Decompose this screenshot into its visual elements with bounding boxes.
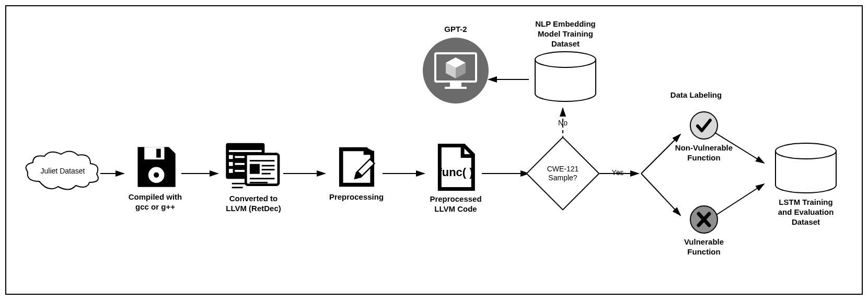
svg-rect-18 bbox=[229, 155, 233, 159]
code-windows-icon bbox=[224, 141, 284, 191]
edit-document-icon bbox=[334, 145, 379, 189]
juliet-label-inline: Juliet Dataset bbox=[40, 167, 85, 175]
preprocessing-label: Preprocessing bbox=[328, 192, 385, 202]
preprocessed-node: func( ) Preprocessed LLVM Code bbox=[424, 143, 487, 214]
vuln-label: Vulnerable Function bbox=[670, 237, 738, 257]
cwe-label: CWE-121 Sample? bbox=[529, 145, 597, 202]
svg-rect-13 bbox=[156, 149, 161, 158]
cloud-icon: Juliet Dataset bbox=[24, 150, 102, 192]
svg-rect-38 bbox=[445, 87, 467, 89]
data-labeling-label: Data Labeling bbox=[662, 90, 730, 100]
compiled-label: Compiled with gcc or g++ bbox=[124, 192, 187, 212]
svg-point-50 bbox=[776, 143, 836, 159]
x-circle-icon bbox=[689, 205, 719, 234]
check-circle-icon bbox=[689, 111, 719, 140]
vulnerable-node: Vulnerable Function bbox=[670, 205, 738, 257]
gpt2-label: GPT-2 bbox=[419, 25, 492, 34]
svg-point-15 bbox=[154, 172, 159, 178]
nonvulnerable-node: Non-Vulnerable Function bbox=[670, 111, 738, 163]
svg-rect-26 bbox=[249, 164, 259, 174]
diagram-canvas: Juliet Dataset Juliet Dataset Compiled w… bbox=[5, 5, 863, 295]
svg-rect-33 bbox=[232, 187, 242, 188]
cwe-decision-node: CWE-121 Sample? bbox=[529, 145, 597, 202]
compiled-node: Compiled with gcc or g++ bbox=[124, 145, 187, 212]
gpt2-monitor-icon bbox=[422, 37, 490, 105]
converted-label: Converted to LLVM (RetDec) bbox=[217, 194, 290, 214]
nlp-dataset-node: NLP Embedding Model Training Dataset bbox=[529, 19, 602, 103]
yes-label: Yes bbox=[607, 168, 628, 177]
cylinder-icon bbox=[533, 51, 598, 103]
svg-rect-27 bbox=[261, 165, 274, 167]
data-labeling-title: Data Labeling bbox=[662, 87, 730, 100]
svg-rect-32 bbox=[232, 183, 247, 184]
svg-rect-29 bbox=[261, 173, 270, 175]
preprocessing-node: Preprocessing bbox=[328, 145, 385, 202]
juliet-dataset-node: Juliet Dataset Juliet Dataset bbox=[22, 150, 103, 192]
svg-rect-31 bbox=[249, 182, 267, 183]
svg-rect-20 bbox=[229, 162, 233, 166]
nonvuln-label: Non-Vulnerable Function bbox=[670, 143, 738, 163]
svg-rect-25 bbox=[249, 160, 274, 161]
nlp-dataset-label: NLP Embedding Model Training Dataset bbox=[529, 19, 602, 49]
svg-rect-37 bbox=[450, 83, 461, 87]
no-label: No bbox=[555, 119, 571, 127]
function-file-icon: func( ) bbox=[433, 143, 479, 191]
gpt2-node: GPT-2 bbox=[419, 25, 492, 105]
svg-text:func( ): func( ) bbox=[438, 166, 473, 179]
lstm-label: LSTM Training and Evaluation Dataset bbox=[767, 198, 845, 227]
floppy-disk-icon bbox=[133, 145, 178, 189]
converted-node: Converted to LLVM (RetDec) bbox=[217, 141, 290, 214]
lstm-dataset-node: LSTM Training and Evaluation Dataset bbox=[767, 142, 845, 227]
preprocessed-label: Preprocessed LLVM Code bbox=[424, 194, 487, 214]
svg-point-44 bbox=[690, 112, 717, 139]
svg-point-43 bbox=[535, 52, 596, 67]
svg-rect-12 bbox=[144, 147, 164, 159]
cylinder-icon bbox=[773, 142, 839, 194]
svg-rect-22 bbox=[229, 169, 233, 173]
svg-rect-30 bbox=[249, 178, 274, 179]
svg-rect-17 bbox=[229, 150, 262, 152]
svg-rect-28 bbox=[261, 169, 274, 170]
